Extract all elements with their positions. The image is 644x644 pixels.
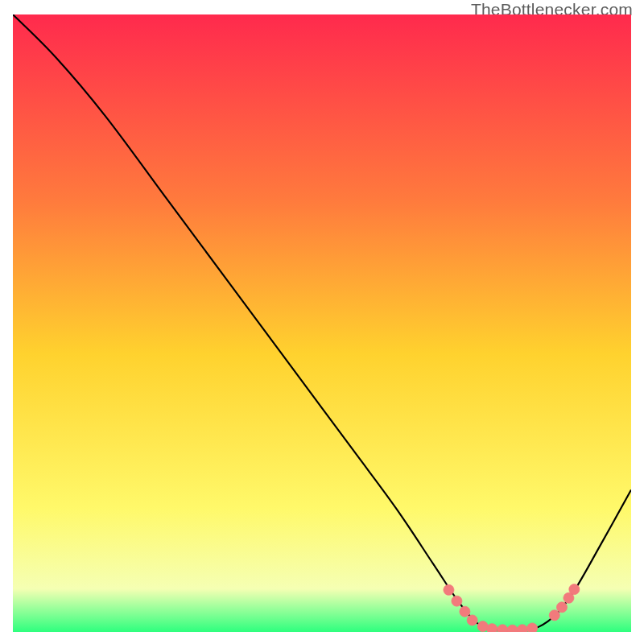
data-marker (487, 624, 497, 632)
data-marker (452, 596, 462, 606)
data-marker (477, 621, 488, 632)
marker-group (444, 584, 580, 632)
plot-area (13, 14, 631, 632)
data-marker (467, 615, 477, 625)
data-marker (556, 602, 567, 613)
bottleneck-curve (13, 14, 631, 630)
data-marker (497, 625, 508, 632)
curve-layer (13, 14, 631, 632)
data-marker (444, 584, 454, 595)
data-marker (569, 584, 580, 595)
data-marker (549, 610, 559, 621)
data-marker (517, 625, 527, 632)
chart-container: TheBottlenecker.com (0, 0, 644, 644)
data-marker (527, 623, 538, 632)
data-marker (507, 625, 518, 632)
data-marker (460, 606, 470, 617)
